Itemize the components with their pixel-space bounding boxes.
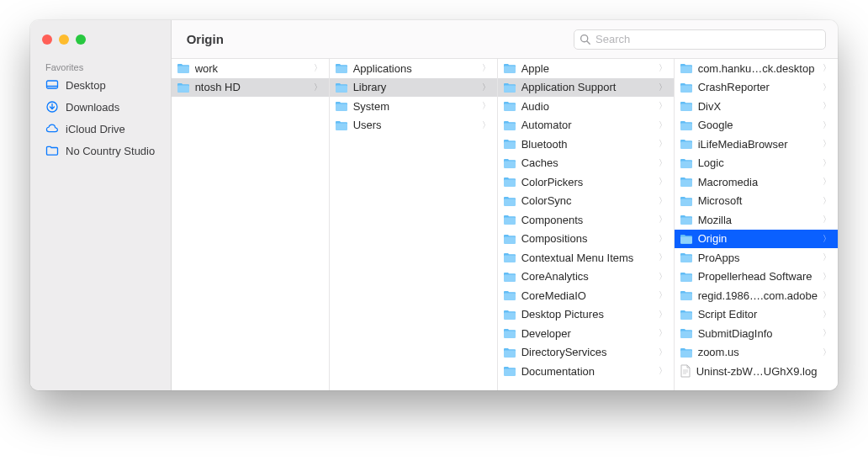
chevron-right-icon: 〉 xyxy=(823,214,831,225)
folder-icon xyxy=(680,233,693,245)
folder-icon xyxy=(680,252,693,263)
folder-row[interactable]: Logic〉 xyxy=(675,154,838,173)
chevron-right-icon: 〉 xyxy=(659,119,667,131)
folder-row[interactable]: CoreMediaIO〉 xyxy=(498,286,674,305)
folder-row[interactable]: Bluetooth〉 xyxy=(498,135,674,154)
folder-row[interactable]: SubmitDiagInfo〉 xyxy=(675,324,838,343)
folder-icon xyxy=(335,100,348,112)
search-input[interactable] xyxy=(595,33,820,45)
folder-row[interactable]: Users〉 xyxy=(330,116,497,135)
folder-icon xyxy=(503,176,516,188)
folder-row[interactable]: Mozilla〉 xyxy=(675,210,838,230)
folder-row[interactable]: Documentation〉 xyxy=(498,362,674,381)
folder-row[interactable]: iLifeMediaBrowser〉 xyxy=(675,135,838,154)
folder-row[interactable]: com.hanku…ck.desktop〉 xyxy=(675,59,838,78)
column-3[interactable]: com.hanku…ck.desktop〉CrashReporter〉DivX〉… xyxy=(675,59,838,390)
folder-icon xyxy=(680,82,693,93)
chevron-right-icon: 〉 xyxy=(482,119,490,131)
chevron-right-icon: 〉 xyxy=(482,82,490,93)
folder-icon xyxy=(177,62,190,74)
zoom-window-button[interactable] xyxy=(76,34,86,45)
chevron-right-icon: 〉 xyxy=(659,82,667,93)
folder-row[interactable]: Origin〉 xyxy=(675,230,838,249)
item-label: CoreMediaIO xyxy=(521,289,654,302)
item-label: Apple xyxy=(521,62,654,75)
folder-row[interactable]: ProApps〉 xyxy=(675,248,838,268)
item-label: ProApps xyxy=(698,252,818,264)
file-icon xyxy=(680,364,691,378)
sidebar-item-label: Desktop xyxy=(66,79,106,92)
folder-row[interactable]: Desktop Pictures〉 xyxy=(498,305,674,325)
folder-row[interactable]: System〉 xyxy=(330,97,497,116)
item-label: Script Editor xyxy=(698,308,818,321)
minimize-window-button[interactable] xyxy=(59,34,69,45)
folder-row[interactable]: Automator〉 xyxy=(498,116,674,135)
chevron-right-icon: 〉 xyxy=(659,347,667,358)
item-label: Macromedia xyxy=(698,176,818,188)
folder-row[interactable]: Propellerhead Software〉 xyxy=(675,268,838,287)
folder-icon xyxy=(503,252,516,263)
folder-icon xyxy=(680,138,693,150)
folder-icon xyxy=(680,119,693,131)
search-field[interactable] xyxy=(574,29,826,50)
chevron-right-icon: 〉 xyxy=(823,309,831,321)
column-0[interactable]: work〉ntosh HD〉 xyxy=(172,59,330,390)
folder-icon xyxy=(680,195,693,207)
folder-row[interactable]: Google〉 xyxy=(675,116,838,135)
item-label: SubmitDiagInfo xyxy=(698,327,818,340)
folder-row[interactable]: CrashReporter〉 xyxy=(675,78,838,98)
finder-window: Favorites DesktopDownloadsiCloud DriveNo… xyxy=(30,20,838,390)
file-row[interactable]: Uninst-zbW…UGhX9.log xyxy=(675,362,838,381)
folder-row[interactable]: ColorSync〉 xyxy=(498,192,674,211)
chevron-right-icon: 〉 xyxy=(314,62,322,74)
chevron-right-icon: 〉 xyxy=(659,214,667,225)
item-label: Uninst-zbW…UGhX9.log xyxy=(696,365,831,378)
sidebar-item[interactable]: No Country Studio xyxy=(30,140,171,162)
folder-row[interactable]: Compositions〉 xyxy=(498,230,674,249)
folder-row[interactable]: Microsoft〉 xyxy=(675,192,838,211)
chevron-right-icon: 〉 xyxy=(823,119,831,131)
folder-row[interactable]: Developer〉 xyxy=(498,324,674,343)
item-label: Caches xyxy=(521,156,654,169)
item-label: System xyxy=(353,100,477,113)
folder-row[interactable]: ColorPickers〉 xyxy=(498,172,674,192)
folder-icon xyxy=(177,82,190,93)
item-label: Documentation xyxy=(521,365,654,378)
folder-row[interactable]: zoom.us〉 xyxy=(675,343,838,363)
folder-icon xyxy=(503,347,516,358)
folder-icon xyxy=(503,271,516,283)
folder-row[interactable]: Components〉 xyxy=(498,210,674,230)
chevron-right-icon: 〉 xyxy=(659,289,667,301)
chevron-right-icon: 〉 xyxy=(659,327,667,339)
item-label: Microsoft xyxy=(698,194,818,207)
folder-icon xyxy=(335,62,348,74)
search-icon xyxy=(580,34,590,45)
folder-row[interactable]: Macromedia〉 xyxy=(675,172,838,192)
folder-row[interactable]: CoreAnalytics〉 xyxy=(498,268,674,287)
item-label: Contextual Menu Items xyxy=(521,252,654,264)
item-label: Automator xyxy=(521,119,654,131)
folder-row[interactable]: Audio〉 xyxy=(498,97,674,116)
folder-row[interactable]: DirectoryServices〉 xyxy=(498,343,674,363)
folder-icon xyxy=(503,100,516,112)
folder-row[interactable]: Apple〉 xyxy=(498,59,674,78)
folder-icon xyxy=(680,347,693,358)
folder-row[interactable]: Applications〉 xyxy=(330,59,497,78)
folder-row[interactable]: regid.1986….com.adobe〉 xyxy=(675,286,838,305)
column-1[interactable]: Applications〉Library〉System〉Users〉 xyxy=(330,59,498,390)
folder-row[interactable]: Script Editor〉 xyxy=(675,305,838,325)
folder-icon xyxy=(503,327,516,339)
folder-row[interactable]: ntosh HD〉 xyxy=(172,78,329,98)
folder-row[interactable]: work〉 xyxy=(172,59,329,78)
sidebar-item-label: No Country Studio xyxy=(66,145,155,157)
chevron-right-icon: 〉 xyxy=(659,138,667,150)
folder-icon xyxy=(680,214,693,225)
folder-row[interactable]: Application Support〉 xyxy=(498,78,674,98)
folder-icon xyxy=(680,62,693,74)
column-2[interactable]: Apple〉Application Support〉Audio〉Automato… xyxy=(498,59,675,390)
folder-row[interactable]: Caches〉 xyxy=(498,154,674,173)
folder-row[interactable]: DivX〉 xyxy=(675,97,838,116)
folder-row[interactable]: Contextual Menu Items〉 xyxy=(498,248,674,268)
folder-row[interactable]: Library〉 xyxy=(330,78,497,98)
chevron-right-icon: 〉 xyxy=(482,62,490,74)
